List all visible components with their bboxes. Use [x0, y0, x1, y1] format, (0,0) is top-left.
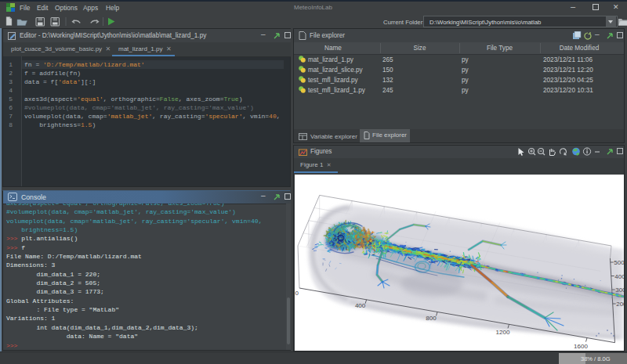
svg-text:500: 500 [614, 259, 624, 266]
svg-text:400: 400 [355, 302, 366, 309]
svg-text:300: 300 [615, 287, 624, 294]
svg-text:1600: 1600 [574, 343, 588, 350]
svg-text:1200: 1200 [496, 329, 510, 336]
svg-text:0: 0 [295, 290, 299, 297]
svg-text:200: 200 [616, 301, 624, 308]
svg-text:400: 400 [614, 273, 624, 280]
svg-text:800: 800 [426, 315, 437, 322]
